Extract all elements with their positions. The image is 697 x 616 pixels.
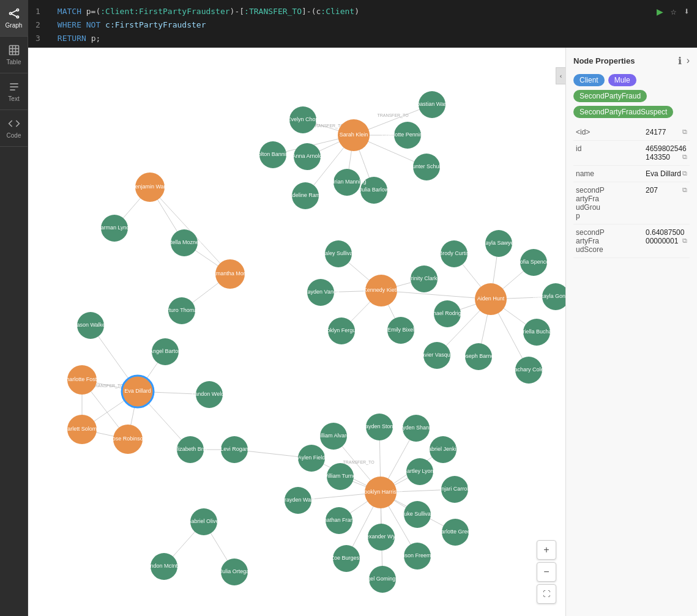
node-aiden-hunt[interactable] — [475, 283, 507, 315]
node-adrian-m[interactable] — [334, 169, 360, 196]
run-button[interactable]: ▶ — [657, 5, 663, 18]
node-allison-f[interactable] — [404, 543, 431, 570]
tag-second-party-fraud[interactable]: SecondPartyFraud — [573, 90, 647, 102]
node-aylen-field[interactable] — [298, 445, 325, 472]
node-angel-g[interactable] — [369, 566, 396, 593]
node-anna-arnold[interactable] — [294, 143, 321, 170]
node-benjamin-w[interactable] — [135, 173, 165, 202]
tag-client[interactable]: Client — [573, 74, 605, 86]
node-injari-c[interactable] — [441, 476, 468, 503]
prop-value-id-sys: 24177 ⧉ — [643, 124, 690, 141]
node-michael-r[interactable] — [434, 300, 461, 327]
node-william-a[interactable] — [320, 423, 347, 450]
node-gabriel-j[interactable] — [430, 436, 457, 463]
prop-key-secondp-score: secondPartyFraudScore — [573, 225, 643, 258]
node-charlotte-g[interactable] — [442, 519, 469, 546]
collapse-panel-icon[interactable]: › — [687, 55, 690, 67]
collapse-panel-button[interactable]: ‹ — [556, 67, 565, 84]
graph-area[interactable]: TRANSFER_TO TRANSFER_TO TRANSFER_TO TRAN… — [28, 48, 565, 616]
node-jason-walker[interactable] — [77, 312, 104, 339]
node-stella-m[interactable] — [171, 229, 198, 256]
node-sarah-klein[interactable] — [338, 119, 370, 151]
node-julia-barlow[interactable] — [360, 177, 387, 204]
svg-text:TRANSFER_TO: TRANSFER_TO — [377, 113, 409, 118]
node-colton-b[interactable] — [259, 141, 286, 168]
tag-mule[interactable]: Mule — [608, 74, 636, 86]
tag-second-party-fraud-suspect[interactable]: SecondPartyFraudSuspect — [573, 106, 673, 118]
node-brody-c[interactable] — [441, 240, 468, 267]
sidebar-item-code[interactable]: Code — [0, 110, 28, 147]
header-icons: ℹ › — [678, 55, 690, 67]
node-elizabeth-britt[interactable] — [177, 436, 204, 463]
node-levi-rogan[interactable] — [221, 436, 248, 463]
node-jose-r[interactable] — [113, 425, 143, 454]
code-line-3: 3 RETURN p; — [35, 32, 690, 45]
node-angel-barton[interactable] — [152, 338, 179, 365]
node-brayden-v[interactable] — [307, 279, 334, 306]
node-evelyn-chop[interactable] — [289, 106, 316, 133]
node-darman-lynch[interactable] — [101, 215, 128, 242]
node-arturo-t[interactable] — [168, 297, 195, 324]
node-charlotte-f[interactable] — [67, 365, 97, 395]
copy-score-icon[interactable]: ⧉ — [682, 237, 687, 245]
node-bartley-l[interactable] — [406, 458, 433, 485]
node-props-title: Node Properties — [573, 56, 635, 65]
node-emily-b[interactable] — [387, 317, 414, 344]
line-num-2: 2 — [35, 18, 48, 32]
prop-value-secondp-group: 207 ⧉ — [643, 182, 690, 225]
sidebar-item-text[interactable]: Text — [0, 73, 28, 110]
zoom-out-button[interactable]: − — [537, 562, 556, 582]
node-eva-dillard[interactable] — [122, 376, 154, 407]
node-brayden-sh[interactable] — [403, 415, 430, 442]
prop-table: <id> 24177 ⧉ id 4659802546143350 ⧉ name … — [573, 124, 690, 258]
node-landon-welch[interactable] — [196, 381, 223, 408]
node-xavier-v[interactable] — [423, 342, 450, 369]
svg-line-4 — [11, 14, 16, 17]
node-sebastian-w[interactable] — [419, 91, 445, 118]
bookmark-button[interactable]: ☆ — [671, 5, 677, 18]
node-madeline-r[interactable] — [292, 182, 319, 209]
node-brandon-m[interactable] — [151, 553, 177, 580]
node-luke-s[interactable] — [404, 501, 431, 528]
svg-point-2 — [17, 16, 18, 18]
node-hunter-schultz[interactable] — [413, 154, 440, 180]
node-alexander-w[interactable] — [368, 524, 395, 551]
copy-id-sys-icon[interactable]: ⧉ — [682, 128, 687, 136]
node-brooklyn-h[interactable] — [365, 477, 397, 508]
sidebar-graph-label: Graph — [6, 22, 23, 29]
node-kennedy-k[interactable] — [365, 275, 397, 306]
node-charlotte-penn[interactable] — [394, 122, 421, 149]
node-kayla-s[interactable] — [485, 230, 512, 257]
prop-row-secondp-score: secondPartyFraudScore 0.6408750000000001… — [573, 225, 690, 258]
zoom-in-button[interactable]: + — [537, 540, 556, 560]
prop-row-id-sys: <id> 24177 ⧉ — [573, 124, 690, 141]
node-william-t[interactable] — [327, 463, 354, 490]
sidebar-item-table[interactable]: Table — [0, 37, 28, 73]
node-makayla-g[interactable] — [542, 283, 565, 310]
copy-group-icon[interactable]: ⧉ — [682, 186, 687, 194]
node-brooklyn-f[interactable] — [328, 317, 355, 344]
node-julia-ortega[interactable] — [221, 558, 248, 585]
download-button[interactable]: ⬇ — [684, 5, 690, 18]
info-icon[interactable]: ℹ — [678, 55, 682, 67]
node-brayden-wale[interactable] — [285, 487, 311, 514]
node-zachary-c[interactable] — [515, 357, 542, 384]
line-num-3: 3 — [35, 32, 48, 45]
node-trinity-c[interactable] — [411, 265, 438, 292]
sidebar-item-graph[interactable]: Graph — [0, 0, 28, 37]
node-joseph-b[interactable] — [465, 343, 492, 370]
copy-name-icon[interactable]: ⧉ — [682, 169, 687, 177]
svg-line-3 — [11, 10, 16, 13]
copy-id-icon[interactable]: ⧉ — [682, 153, 687, 161]
node-jonathan-f[interactable] — [326, 507, 352, 534]
node-haley-s[interactable] — [325, 240, 352, 267]
svg-rect-5 — [9, 46, 18, 55]
node-samantha-m[interactable] — [215, 259, 245, 289]
node-scarlett-s[interactable] — [67, 415, 97, 444]
node-jayden-stone[interactable] — [366, 414, 393, 440]
node-sofia-s[interactable] — [520, 249, 547, 276]
zoom-fit-button[interactable]: ⛶ — [537, 584, 556, 604]
node-gabriel-o[interactable] — [190, 508, 217, 535]
node-zoe-b[interactable] — [333, 545, 360, 572]
node-gabriella-b[interactable] — [523, 319, 550, 346]
